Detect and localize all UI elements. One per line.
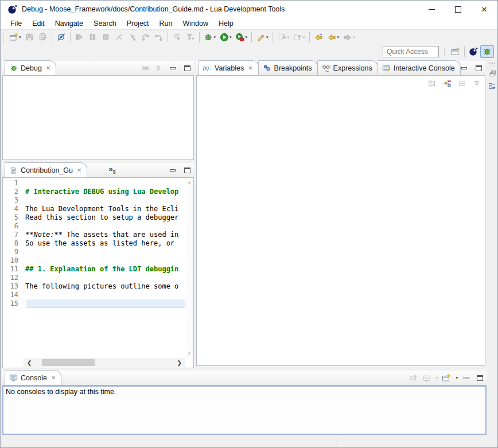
menu-run[interactable]: Run <box>154 18 178 29</box>
step-return-button[interactable] <box>152 31 165 44</box>
step-into-button[interactable] <box>126 31 139 44</box>
menu-navigate[interactable]: Navigate <box>50 18 88 29</box>
maximize-view-button[interactable] <box>182 166 192 175</box>
editor-horizontal-scrollbar[interactable]: ❮ ❯ <box>24 358 185 367</box>
restore-views-icon[interactable] <box>488 69 497 78</box>
editor-line-15[interactable]: 15 <box>3 299 185 308</box>
scroll-left-icon[interactable]: ❮ <box>24 360 35 366</box>
suspend-button[interactable] <box>86 31 99 44</box>
close-tab-icon[interactable]: ✕ <box>77 167 81 173</box>
scrollbar-thumb[interactable] <box>42 359 95 366</box>
editor-line-7[interactable]: 7**Note:** The assets that are used in <box>3 231 185 239</box>
scrollbar-track[interactable] <box>35 358 173 367</box>
editor-line-13[interactable]: 13The following pictures outline some o <box>3 282 185 291</box>
previous-annotation-button[interactable]: ▾ <box>291 31 307 44</box>
editor-line-10[interactable]: 10 <box>3 256 185 265</box>
terminate-button[interactable] <box>99 31 112 44</box>
remove-all-terminated-icon[interactable]: ✕✕ <box>139 64 149 73</box>
maximize-window-button[interactable] <box>445 1 471 18</box>
scroll-up-icon[interactable]: ▲ <box>187 180 192 185</box>
save-all-button[interactable] <box>36 31 49 44</box>
forward-dropdown-icon[interactable]: ▾ <box>353 35 355 40</box>
disconnect-button[interactable] <box>112 31 126 44</box>
tab-breakpoints[interactable]: Breakpoints <box>258 60 318 75</box>
pin-console-icon[interactable] <box>409 373 418 383</box>
editor-body[interactable]: 12# Interactive DEBUG using Lua Develop3… <box>2 178 194 368</box>
next-annotation-dropdown-icon[interactable]: ▾ <box>287 35 290 40</box>
editor-line-14[interactable]: 14 <box>3 291 185 299</box>
outline-view-icon[interactable] <box>488 81 497 91</box>
close-window-button[interactable]: ✕ <box>471 1 497 18</box>
menu-search[interactable]: Search <box>88 18 122 29</box>
editor-vertical-scrollbar[interactable]: ▲ ▼ <box>185 178 193 358</box>
editor-line-11[interactable]: 11## 1. Explanation of the LDT debuggin <box>3 265 185 274</box>
last-edit-location-button[interactable] <box>312 31 325 44</box>
open-console-icon[interactable] <box>442 373 451 383</box>
maximize-view-button[interactable] <box>182 64 192 73</box>
minimize-window-button[interactable] <box>418 1 445 18</box>
step-over-button[interactable] <box>139 31 152 44</box>
mark-occurrences-button[interactable]: ▾ <box>254 31 270 44</box>
new-wizard-dropdown-icon[interactable]: ▾ <box>19 35 21 40</box>
editor-line-4[interactable]: 4The Lua Development Tools in the Ecli <box>3 205 185 213</box>
external-tools-button[interactable]: ▾ <box>234 31 250 44</box>
skip-all-breakpoints-button[interactable] <box>55 31 68 44</box>
maximize-view-button[interactable] <box>474 64 483 73</box>
menu-edit[interactable]: Edit <box>27 18 50 29</box>
view-menu-icon[interactable]: ▽ <box>154 64 163 73</box>
menu-file[interactable]: File <box>5 18 27 29</box>
new-wizard-button[interactable]: ▾ <box>7 31 23 44</box>
resume-button[interactable] <box>73 31 86 44</box>
minimize-view-button[interactable] <box>462 373 471 383</box>
hidden-editors-chooser[interactable]: »5 <box>108 165 115 175</box>
minimize-view-button[interactable] <box>168 64 177 73</box>
display-console-dropdown-icon[interactable]: ▾ <box>436 376 438 380</box>
menu-help[interactable]: Help <box>213 18 239 29</box>
collapse-all-icon[interactable] <box>457 78 467 88</box>
use-step-filters-button[interactable] <box>184 31 197 44</box>
editor-line-5[interactable]: 5Read this section to setup a debugger <box>3 213 185 222</box>
external-tools-dropdown-icon[interactable]: ▾ <box>246 35 248 40</box>
editor-line-3[interactable]: 3 <box>3 196 185 205</box>
menu-window[interactable]: Window <box>178 18 213 29</box>
previous-annotation-dropdown-icon[interactable]: ▾ <box>303 35 305 40</box>
drag-handle[interactable] <box>3 32 5 42</box>
drag-handle[interactable] <box>443 47 446 57</box>
drag-handle[interactable] <box>336 437 338 446</box>
editor-line-2[interactable]: 2# Interactive DEBUG using Lua Develop <box>3 188 185 196</box>
console-content[interactable]: No consoles to display at this time. <box>2 385 487 435</box>
view-menu-icon[interactable]: ▽ <box>472 78 482 88</box>
editor-line-1[interactable]: 1 <box>3 179 185 188</box>
scroll-right-icon[interactable]: ❯ <box>174 360 185 366</box>
tab-expressions[interactable]: Expressions <box>317 60 378 75</box>
show-logical-structures-icon[interactable] <box>442 78 452 88</box>
debug-perspective-button[interactable] <box>480 45 494 58</box>
open-console-dropdown-icon[interactable]: ▾ <box>456 376 458 380</box>
mark-occurrences-dropdown-icon[interactable]: ▾ <box>266 35 269 40</box>
scroll-down-icon[interactable]: ▼ <box>187 351 192 356</box>
close-tab-icon[interactable]: ✕ <box>248 65 252 71</box>
show-type-names-icon[interactable] <box>427 78 437 88</box>
drop-to-frame-button[interactable] <box>170 31 184 44</box>
maximize-view-button[interactable] <box>475 373 484 383</box>
display-selected-console-icon[interactable] <box>422 373 431 383</box>
save-button[interactable] <box>23 31 36 44</box>
tab-debug[interactable]: Debug ✕ <box>5 60 56 75</box>
lua-perspective-button[interactable] <box>466 45 480 58</box>
tab-variables[interactable]: (x)=Variables✕ <box>199 60 259 75</box>
editor-text-area[interactable]: 12# Interactive DEBUG using Lua Develop3… <box>3 179 185 358</box>
back-button[interactable]: ▾ <box>325 31 341 44</box>
close-tab-icon[interactable]: ✕ <box>51 375 56 381</box>
editor-line-6[interactable]: 6 <box>3 222 185 231</box>
editor-line-9[interactable]: 9 <box>3 248 185 256</box>
quick-access-input[interactable] <box>383 46 439 57</box>
minimize-view-button[interactable] <box>168 166 177 175</box>
open-perspective-button[interactable] <box>449 45 462 58</box>
menu-project[interactable]: Project <box>122 18 154 29</box>
debug-button[interactable]: ▾ <box>202 31 218 44</box>
close-tab-icon[interactable]: ✕ <box>46 65 50 71</box>
drag-handle[interactable] <box>489 62 496 65</box>
run-button[interactable]: ▾ <box>217 31 234 44</box>
run-dropdown-icon[interactable]: ▾ <box>229 35 232 40</box>
editor-line-12[interactable]: 12 <box>3 274 185 282</box>
